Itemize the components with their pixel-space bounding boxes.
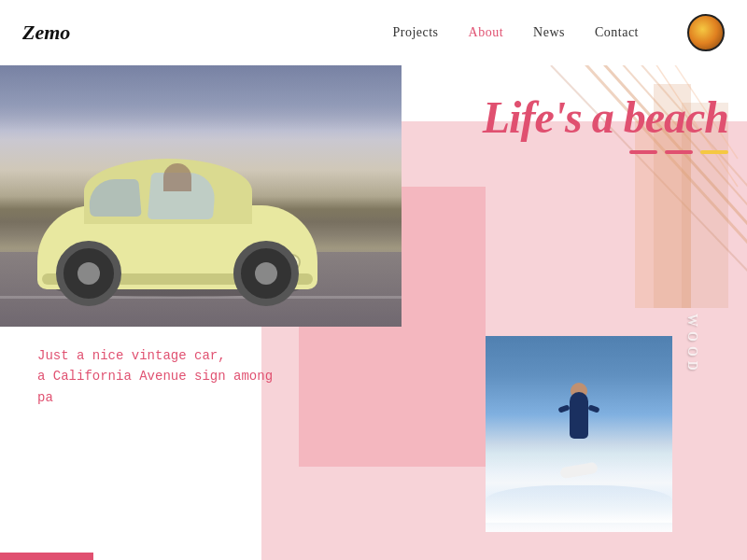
caption-area: Just a nice vintage car,a California Ave… xyxy=(37,345,273,408)
dash-2 xyxy=(665,150,693,154)
main-content: Life's a beach WOOD xyxy=(0,65,747,560)
dash-1 xyxy=(629,150,657,154)
hollywood-label: WOOD xyxy=(684,314,701,375)
vw-beetle xyxy=(28,140,327,289)
nav-link-news[interactable]: News xyxy=(533,25,565,40)
bottom-accent-bar xyxy=(0,553,93,560)
avatar[interactable] xyxy=(687,14,725,51)
car-image xyxy=(0,65,402,327)
wheel-front xyxy=(233,241,299,306)
dash-3 xyxy=(700,150,728,154)
nav-links: Projects About News Contact xyxy=(392,14,725,51)
surfer-background xyxy=(486,336,672,532)
surfer-image xyxy=(486,336,672,532)
logo[interactable]: Zemo xyxy=(22,21,392,45)
navigation: Zemo Projects About News Contact xyxy=(0,0,747,65)
wheel-rear xyxy=(56,241,121,306)
nav-link-projects[interactable]: Projects xyxy=(392,25,438,40)
surfer-figure xyxy=(556,383,602,476)
car-image-background xyxy=(0,65,402,327)
title-decoration xyxy=(483,150,728,154)
caption-text: Just a nice vintage car,a California Ave… xyxy=(37,345,273,408)
nav-link-about[interactable]: About xyxy=(469,25,504,40)
page-title: Life's a beach xyxy=(483,93,728,143)
nav-link-contact[interactable]: Contact xyxy=(595,25,639,40)
surfer-body xyxy=(570,392,588,439)
title-area: Life's a beach xyxy=(483,93,728,154)
